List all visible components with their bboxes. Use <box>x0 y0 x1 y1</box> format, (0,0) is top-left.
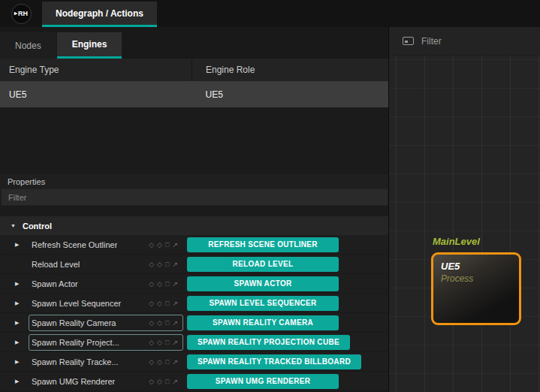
pin-square-icon: □ <box>165 378 169 385</box>
nodegraph-canvas[interactable]: MainLevel UE5 Process <box>389 56 540 392</box>
property-label: Refresh Scene Outliner <box>32 240 117 249</box>
properties-title: Properties <box>0 174 388 188</box>
expand-arrow-icon[interactable]: ▶ <box>15 242 29 248</box>
pin-diamond2-icon: ◇ <box>157 280 162 288</box>
tab-nodegraph-actions[interactable]: Nodegraph / Actions <box>42 2 157 27</box>
pin-square-icon: □ <box>165 319 169 327</box>
node-title: UE5 <box>441 261 511 272</box>
pin-icons: ◇ ◇ □ ↗ <box>149 280 178 288</box>
pin-diamond2-icon: ◇ <box>157 358 162 366</box>
pin-square-icon: □ <box>165 300 169 307</box>
action-button-refresh-scene-outliner[interactable]: REFRESH SCENE OUTLINER <box>187 237 339 252</box>
property-label: Spawn Reality Project... <box>32 338 119 347</box>
action-button-spawn-actor[interactable]: SPAWN ACTOR <box>187 276 339 291</box>
property-label-area[interactable]: Spawn Actor ◇ ◇ □ ↗ <box>29 276 183 292</box>
pin-diamond-icon: ◇ <box>149 339 154 346</box>
filter-frame-dot <box>405 41 408 43</box>
action-button-reload-level[interactable]: RELOAD LEVEL <box>187 257 339 272</box>
nodegraph-filter-field[interactable]: Filter <box>421 36 442 47</box>
properties-filter-input[interactable] <box>1 188 388 206</box>
pin-diamond2-icon: ◇ <box>157 300 162 307</box>
expand-arrow-icon[interactable]: ▶ <box>15 378 29 384</box>
pin-icons: ◇ ◇ □ ↗ <box>149 261 178 268</box>
pin-icons: ◇ ◇ □ ↗ <box>149 300 178 307</box>
pin-diamond2-icon: ◇ <box>157 261 162 268</box>
property-row: ▶ Spawn UMG Renderer ◇ ◇ □ ↗ SPAWN UMG R… <box>0 372 388 391</box>
node-context-label: MainLevel <box>433 236 480 247</box>
group-label: Control <box>23 222 52 231</box>
pin-arrow-icon: ↗ <box>172 358 178 366</box>
filter-frame-icon <box>403 37 414 45</box>
logo-container: ▸ RH <box>0 0 42 27</box>
pin-diamond2-icon: ◇ <box>157 241 162 249</box>
engine-table-header: Engine Type Engine Role <box>0 59 388 81</box>
tab-engines[interactable]: Engines <box>57 32 122 59</box>
tab-nodes[interactable]: Nodes <box>0 32 56 59</box>
pin-arrow-icon: ↗ <box>172 300 178 307</box>
pin-square-icon: □ <box>165 339 169 346</box>
property-label-area[interactable]: Spawn Level Sequencer ◇ ◇ □ ↗ <box>29 295 183 312</box>
spacer <box>0 206 388 216</box>
engine-table-row[interactable]: UE5 UE5 <box>0 81 388 107</box>
pin-square-icon: □ <box>165 280 169 288</box>
ue5-process-node[interactable]: UE5 Process <box>431 252 521 325</box>
property-label-area[interactable]: Refresh Scene Outliner ◇ ◇ □ ↗ <box>29 237 183 253</box>
left-tab-bar: Nodes Engines <box>0 27 388 59</box>
nodegraph-panel: Filter MainLevel UE5 Process <box>389 27 540 392</box>
pin-arrow-icon: ↗ <box>172 378 178 385</box>
group-header-control[interactable]: ▼ Control <box>0 216 388 235</box>
action-button-spawn-level-sequencer[interactable]: SPAWN LEVEL SEQUENCER <box>187 296 339 311</box>
app-logo[interactable]: ▸ RH <box>11 4 32 24</box>
left-panel: Nodes Engines Engine Type Engine Role UE… <box>0 27 389 392</box>
main-area: Nodes Engines Engine Type Engine Role UE… <box>0 27 540 392</box>
pin-icons: ◇ ◇ □ ↗ <box>149 378 178 385</box>
empty-area <box>0 107 388 174</box>
pin-arrow-icon: ↗ <box>172 339 178 346</box>
pin-diamond-icon: ◇ <box>149 241 154 249</box>
expand-arrow-icon[interactable]: ▶ <box>15 300 29 306</box>
collapse-arrow-icon: ▼ <box>11 223 16 228</box>
property-label-area[interactable]: Spawn UMG Renderer ◇ ◇ □ ↗ <box>29 373 183 390</box>
pin-diamond2-icon: ◇ <box>157 339 162 346</box>
pin-arrow-icon: ↗ <box>172 241 178 249</box>
action-button-spawn-reality-camera[interactable]: SPAWN REALITY CAMERA <box>187 315 339 330</box>
pin-arrow-icon: ↗ <box>172 261 178 268</box>
expand-arrow-icon[interactable]: ▶ <box>15 281 29 287</box>
property-row: ▶ Spawn Reality Project... ◇ ◇ □ ↗ SPAWN… <box>0 333 388 352</box>
property-label: Reload Level <box>32 260 80 269</box>
property-label-area[interactable]: Spawn Reality Project... ◇ ◇ □ ↗ <box>29 334 183 351</box>
pin-diamond-icon: ◇ <box>149 280 154 288</box>
property-row: ▶ Spawn Reality Camera ◇ ◇ □ ↗ SPAWN REA… <box>0 313 388 333</box>
expand-arrow-icon[interactable]: ▶ <box>15 339 29 345</box>
pin-icons: ◇ ◇ □ ↗ <box>149 319 178 327</box>
pin-diamond-icon: ◇ <box>149 319 154 327</box>
property-label: Spawn Level Sequencer <box>32 299 121 308</box>
pin-arrow-icon: ↗ <box>172 280 178 288</box>
pin-square-icon: □ <box>165 358 169 366</box>
action-button-spawn-reality-tracked-billboard[interactable]: SPAWN REALITY TRACKED BILLBOARD <box>187 354 361 369</box>
pin-icons: ◇ ◇ □ ↗ <box>149 358 178 366</box>
property-label-area[interactable]: Spawn Reality Tracke... ◇ ◇ □ ↗ <box>29 354 183 370</box>
property-label: Spawn UMG Renderer <box>32 377 115 386</box>
pin-diamond-icon: ◇ <box>149 261 154 268</box>
column-header-engine-role: Engine Role <box>192 59 388 81</box>
property-row: ▶ Reload Level ◇ ◇ □ ↗ RELOAD LEVEL <box>0 255 388 274</box>
expand-arrow-icon[interactable]: ▶ <box>15 320 29 326</box>
pin-diamond2-icon: ◇ <box>157 378 162 385</box>
property-label: Spawn Reality Camera <box>32 318 116 327</box>
engine-role-cell: UE5 <box>192 89 389 100</box>
pin-diamond2-icon: ◇ <box>157 319 162 327</box>
pin-square-icon: □ <box>165 241 169 249</box>
property-label-area[interactable]: Reload Level ◇ ◇ □ ↗ <box>29 256 183 273</box>
app-window: ▸ RH Nodegraph / Actions Nodes Engines E… <box>0 0 540 392</box>
property-row: ▶ Refresh Scene Outliner ◇ ◇ □ ↗ REFRESH… <box>0 235 388 255</box>
nodegraph-header: Filter <box>389 27 540 56</box>
pin-icons: ◇ ◇ □ ↗ <box>149 241 178 249</box>
property-label-area[interactable]: Spawn Reality Camera ◇ ◇ □ ↗ <box>29 315 183 331</box>
action-button-spawn-reality-projection-cube[interactable]: SPAWN REALITY PROJECTION CUBE <box>187 335 350 350</box>
expand-arrow-icon[interactable]: ▶ <box>15 359 29 365</box>
pin-diamond-icon: ◇ <box>149 358 154 366</box>
logo-chevron-icon: ▸ <box>14 11 17 17</box>
action-button-spawn-umg-renderer[interactable]: SPAWN UMG RENDERER <box>187 374 339 389</box>
column-header-engine-type: Engine Type <box>0 65 192 75</box>
